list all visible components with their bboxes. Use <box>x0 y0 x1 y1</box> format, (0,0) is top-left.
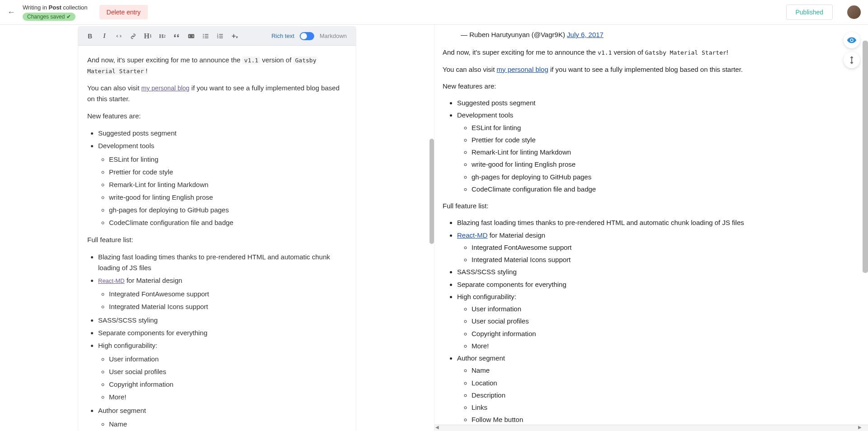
list-item[interactable]: Copyright information <box>109 379 347 390</box>
preview-visibility-button[interactable] <box>844 32 860 48</box>
svg-rect-4 <box>205 34 208 35</box>
editor-paragraph[interactable]: You can also visit my personal blog if y… <box>87 83 347 104</box>
list-item: More! <box>472 341 855 351</box>
preview-hscrollbar[interactable] <box>434 425 868 431</box>
svg-text:3: 3 <box>217 37 218 39</box>
svg-point-3 <box>203 37 204 38</box>
header-info: Writing in Post collection Changes saved… <box>23 4 88 21</box>
link-button[interactable] <box>127 30 140 42</box>
preview-scrollbar-thumb[interactable] <box>863 41 868 272</box>
list-item: Author segment Name Location Description… <box>457 353 855 425</box>
bold-button[interactable]: B <box>84 30 96 42</box>
floating-controls <box>844 32 860 68</box>
check-icon: ✔ <box>66 14 71 20</box>
mode-toggle[interactable] <box>300 32 314 40</box>
list-item[interactable]: User information <box>109 354 347 365</box>
code-button[interactable] <box>113 30 125 42</box>
editor-list[interactable]: Suggested posts segment Development tool… <box>87 128 347 228</box>
preview-pane: — Ruben Harutyunyan (@Vagr9K) July 6, 20… <box>434 25 868 431</box>
delete-entry-button[interactable]: Delete entry <box>99 5 148 19</box>
eye-icon <box>847 35 857 45</box>
list-item[interactable]: Author segment Name <box>98 405 347 430</box>
list-item: User social profiles <box>472 316 855 326</box>
editor-paragraph[interactable]: New features are: <box>87 111 347 122</box>
back-arrow-icon[interactable]: ← <box>7 8 15 17</box>
svg-rect-10 <box>219 34 223 35</box>
published-button[interactable]: Published <box>786 5 833 20</box>
number-list-icon: 123 <box>216 32 224 40</box>
list-item: Description <box>472 390 855 400</box>
sync-scroll-icon <box>847 55 857 65</box>
list-item[interactable]: Blazing fast loading times thanks to pre… <box>98 252 347 273</box>
list-item[interactable]: More! <box>109 392 347 403</box>
list-item[interactable]: High configurability: User information U… <box>98 340 347 403</box>
list-item: Development tools ESLint for linting Pre… <box>457 110 855 194</box>
list-item[interactable]: Separate components for everything <box>98 328 347 338</box>
codeblock-icon <box>187 32 195 40</box>
list-item: React-MD for Material design Integrated … <box>457 230 855 265</box>
richtext-mode-label[interactable]: Rich text <box>268 33 298 39</box>
heading2-button[interactable]: H2 <box>156 30 169 42</box>
breadcrumb: Writing in Post collection <box>23 4 88 11</box>
list-item: Copyright information <box>472 328 855 339</box>
italic-button[interactable]: I <box>98 30 111 42</box>
list-item: Integrated FontAwesome support <box>472 242 855 253</box>
editor-toolbar: B I H1 H2 123 +▾ Rich text Markdown <box>78 27 356 46</box>
avatar[interactable] <box>847 5 861 19</box>
react-md-link[interactable]: React-MD <box>457 231 488 239</box>
list-item[interactable]: gh-pages for deploying to GitHub pages <box>109 205 347 216</box>
preview-list: Blazing fast loading times thanks to pre… <box>443 217 855 425</box>
list-item[interactable]: CodeClimate configuration file and badge <box>109 217 347 228</box>
list-item[interactable]: Development tools ESLint for linting Pre… <box>98 141 347 228</box>
list-item: gh-pages for deploying to GitHub pages <box>472 172 855 182</box>
editor-paragraph[interactable]: And now, it's super exciting for me to a… <box>87 55 347 76</box>
svg-point-2 <box>203 35 204 36</box>
svg-rect-12 <box>219 37 223 38</box>
link-icon <box>129 32 137 40</box>
editor-list[interactable]: Blazing fast loading times thanks to pre… <box>87 252 347 430</box>
react-md-link[interactable]: React-MD <box>98 277 125 284</box>
personal-blog-link[interactable]: my personal blog <box>497 66 548 73</box>
sync-scroll-button[interactable] <box>844 52 860 68</box>
codeblock-button[interactable] <box>185 30 198 42</box>
svg-rect-5 <box>205 36 208 37</box>
list-item[interactable]: Integrated Material Icons support <box>109 301 347 312</box>
list-item[interactable]: Integrated FontAwesome support <box>109 289 347 300</box>
number-list-button[interactable]: 123 <box>214 30 226 42</box>
add-component-button[interactable]: +▾ <box>228 30 241 42</box>
list-item: User information <box>472 304 855 314</box>
list-item[interactable]: Remark-Lint for linting Markdown <box>109 179 347 190</box>
list-item[interactable]: Prettier for code style <box>109 167 347 178</box>
editor-scrollbar-track[interactable] <box>429 25 434 431</box>
heading1-button[interactable]: H1 <box>142 30 154 42</box>
list-item: Suggested posts segment <box>457 98 855 108</box>
list-item[interactable]: React-MD for Material design Integrated … <box>98 275 347 312</box>
list-item[interactable]: ESLint for linting <box>109 154 347 165</box>
list-item: Remark-Lint for linting Markdown <box>472 147 855 157</box>
list-item: Name <box>472 365 855 375</box>
editor-card: B I H1 H2 123 +▾ Rich text Markdown And … <box>78 27 356 431</box>
bullet-list-button[interactable] <box>199 30 212 42</box>
list-item: CodeClimate configuration file and badge <box>472 184 855 194</box>
personal-blog-link[interactable]: my personal blog <box>142 84 190 92</box>
list-item: Follow Me button <box>472 414 855 425</box>
quote-date-link[interactable]: July 6, 2017 <box>567 31 604 38</box>
svg-point-1 <box>203 34 204 35</box>
editor-paragraph[interactable]: Full feature list: <box>87 234 347 245</box>
list-item: Separate components for everything <box>457 279 855 290</box>
list-item[interactable]: write-good for linting English prose <box>109 192 347 203</box>
markdown-mode-label[interactable]: Markdown <box>316 33 350 39</box>
svg-rect-11 <box>219 36 223 37</box>
code-icon <box>115 32 123 40</box>
status-badge-label: Changes saved <box>27 14 65 20</box>
list-item[interactable]: SASS/SCSS styling <box>98 315 347 326</box>
preview-scrollbar-track[interactable] <box>863 25 868 425</box>
list-item[interactable]: Name <box>109 419 347 430</box>
editor-scrollbar-thumb[interactable] <box>429 139 434 244</box>
list-item[interactable]: User social profiles <box>109 366 347 377</box>
list-item[interactable]: Suggested posts segment <box>98 128 347 139</box>
list-item: Integrated Material Icons support <box>472 254 855 265</box>
editor-content[interactable]: And now, it's super exciting for me to a… <box>78 46 356 431</box>
quote-button[interactable] <box>170 30 183 42</box>
preview-content: — Ruben Harutyunyan (@Vagr9K) July 6, 20… <box>434 25 868 425</box>
